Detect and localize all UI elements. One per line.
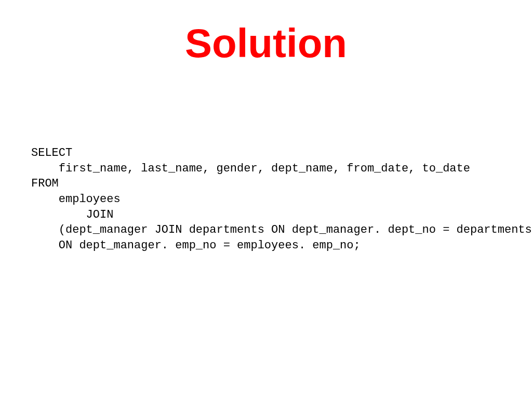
code-line-7: ON dept_manager. emp_no = employees. emp… (31, 239, 361, 252)
code-line-4: employees (31, 193, 121, 206)
code-line-5: JOIN (31, 208, 113, 221)
code-line-1: SELECT (31, 147, 72, 159)
slide-title: Solution (0, 20, 532, 67)
slide: Solution SELECT first_name, last_name, g… (0, 0, 532, 399)
code-line-3: FROM (31, 177, 59, 190)
code-line-2: first_name, last_name, gender, dept_name… (31, 162, 470, 175)
code-line-6: (dept_manager JOIN departments ON dept_m… (31, 223, 532, 236)
sql-code-block: SELECT first_name, last_name, gender, de… (31, 145, 532, 254)
